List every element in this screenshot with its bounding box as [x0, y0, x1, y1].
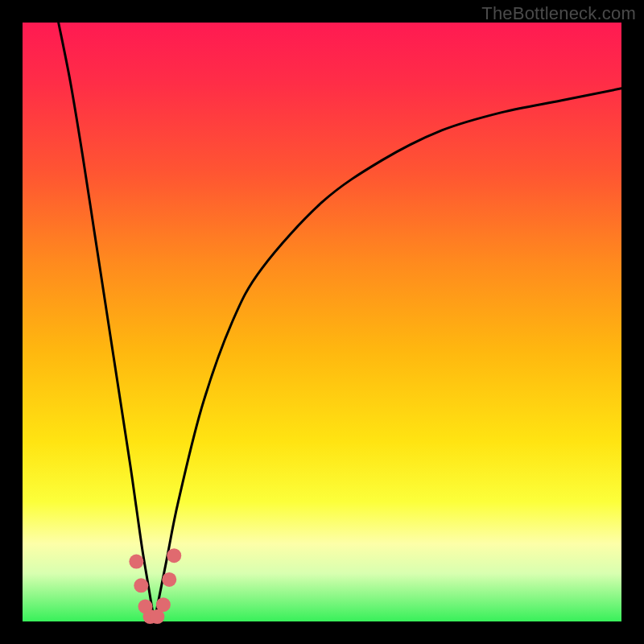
chart-svg: [23, 23, 621, 621]
watermark-text: TheBottleneck.com: [481, 3, 636, 24]
curve-right: [155, 89, 621, 621]
marker-dot: [156, 597, 171, 612]
left-branch-path: [59, 23, 155, 621]
marker-dot: [129, 555, 143, 569]
marker-group: [129, 548, 181, 624]
marker-dot: [167, 548, 181, 563]
marker-dot: [134, 578, 148, 592]
marker-dot: [162, 572, 176, 587]
chart-frame: TheBottleneck.com: [0, 0, 644, 644]
right-branch-path: [155, 89, 621, 621]
chart-plot-area: [23, 23, 621, 621]
curve-left: [59, 23, 155, 621]
